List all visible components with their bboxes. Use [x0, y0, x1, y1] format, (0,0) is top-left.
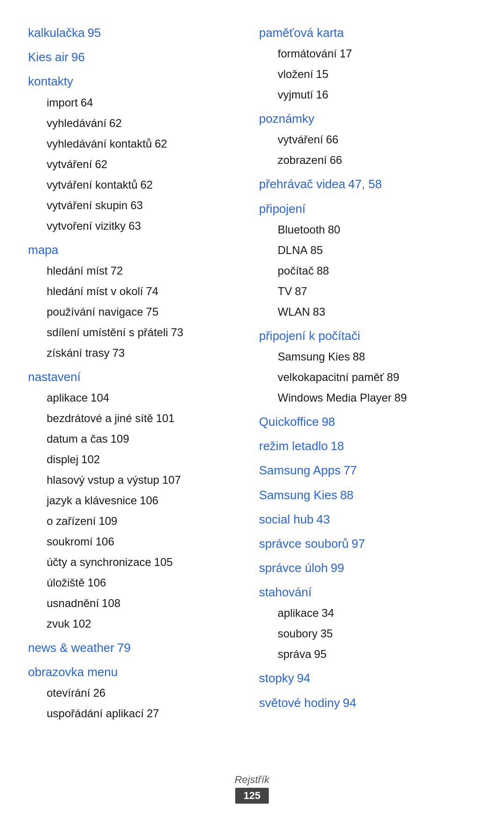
index-main-entry: paměťová karta — [259, 22, 476, 43]
index-sub-entry: aplikace34 — [259, 603, 476, 623]
sub-label: bezdrátové a jiné sítě — [47, 412, 153, 424]
index-sub-entry: správa95 — [259, 644, 476, 664]
index-sub-entry: Windows Media Player89 — [259, 388, 476, 408]
sub-label: aplikace — [47, 391, 88, 404]
index-sub-entry: Samsung Kies88 — [259, 347, 476, 367]
sub-page: 34 — [322, 607, 334, 619]
index-main-entry: stahování — [259, 582, 476, 602]
sub-page: 88 — [316, 264, 329, 277]
main-label: stopky — [259, 671, 294, 685]
sub-label: otevírání — [47, 686, 90, 699]
main-page: 95 — [87, 26, 101, 40]
sub-page: 107 — [162, 474, 181, 486]
main-page: 96 — [71, 50, 85, 64]
index-main-entry: Kies air96 — [28, 47, 245, 67]
index-sub-entry: vytvoření vizitky63 — [28, 216, 245, 236]
sub-label: vložení — [278, 68, 313, 80]
sub-label: datum a čas — [47, 432, 108, 445]
sub-page: 102 — [81, 453, 100, 466]
main-page: 77 — [343, 463, 357, 477]
sub-label: Bluetooth — [278, 223, 325, 236]
index-sub-entry: TV87 — [259, 282, 476, 301]
index-main-entry: Samsung Apps77 — [259, 460, 476, 481]
main-label: Kies air — [28, 50, 69, 64]
index-sub-entry: formátování17 — [259, 44, 476, 64]
index-sub-entry: úložiště106 — [28, 573, 245, 593]
index-sub-entry: sdílení umístění s přáteli73 — [28, 323, 245, 342]
index-main-entry: stopky94 — [259, 668, 476, 688]
sub-label: vytváření kontaktů — [47, 178, 138, 191]
index-sub-entry: vytváření66 — [259, 130, 476, 149]
sub-label: účty a synchronizace — [47, 556, 151, 568]
index-sub-entry: WLAN83 — [259, 302, 476, 322]
sub-label: hledání míst — [47, 264, 108, 277]
index-sub-entry: bezdrátové a jiné sítě101 — [28, 409, 245, 428]
main-label: stahování — [259, 585, 312, 599]
sub-page: 87 — [295, 285, 308, 297]
footer-page: 125 — [235, 788, 269, 804]
sub-page: 63 — [128, 219, 141, 232]
index-sub-entry: vyjmutí16 — [259, 85, 476, 105]
sub-page: 73 — [112, 346, 125, 359]
index-sub-entry: soubory35 — [259, 624, 476, 643]
footer-label: Rejstřík — [0, 774, 504, 786]
main-label: režim letadlo — [259, 439, 328, 453]
sub-label: o zařízení — [47, 515, 96, 527]
index-sub-entry: vložení15 — [259, 64, 476, 84]
index-sub-entry: displej102 — [28, 450, 245, 469]
main-label: nastavení — [28, 370, 81, 384]
sub-page: 88 — [353, 350, 365, 363]
index-sub-entry: hlasový vstup a výstup107 — [28, 470, 245, 490]
main-label: přehrávač videa — [259, 177, 345, 191]
sub-label: úložiště — [47, 576, 84, 589]
index-sub-entry: vyhledávání62 — [28, 113, 245, 133]
index-sub-entry: import64 — [28, 93, 245, 113]
index-main-entry: správce souborů97 — [259, 533, 476, 554]
sub-page: 106 — [87, 576, 106, 589]
main-label: připojení — [259, 202, 306, 216]
sub-label: hlasový vstup a výstup — [47, 474, 159, 486]
index-main-entry: nastavení — [28, 367, 245, 387]
index-container: kalkulačka95Kies air96kontaktyimport64vy… — [28, 19, 476, 724]
main-label: správce úloh — [259, 561, 328, 575]
index-sub-entry: získání trasy73 — [28, 343, 245, 363]
sub-label: zobrazení — [278, 154, 327, 166]
main-page: 88 — [340, 488, 354, 502]
sub-label: WLAN — [278, 305, 310, 318]
index-sub-entry: usnadnění108 — [28, 594, 245, 613]
index-sub-entry: jazyk a klávesnice106 — [28, 491, 245, 510]
sub-label: vytvoření vizitky — [47, 219, 126, 232]
index-sub-entry: účty a synchronizace105 — [28, 552, 245, 572]
sub-page: 15 — [316, 68, 329, 80]
index-sub-entry: vytváření skupin63 — [28, 196, 245, 215]
index-main-entry: obrazovka menu — [28, 662, 245, 682]
sub-page: 109 — [111, 432, 129, 445]
main-page: 94 — [297, 671, 310, 685]
index-sub-entry: vytváření62 — [28, 155, 245, 174]
sub-label: vytváření — [278, 133, 323, 146]
sub-label: usnadnění — [47, 597, 99, 609]
sub-page: 108 — [102, 597, 120, 609]
index-main-entry: mapa — [28, 240, 245, 260]
left-column: kalkulačka95Kies air96kontaktyimport64vy… — [28, 19, 259, 724]
main-page: 43 — [316, 512, 330, 526]
main-page: 94 — [343, 696, 356, 710]
main-label: obrazovka menu — [28, 665, 118, 679]
index-main-entry: poznámky — [259, 108, 476, 129]
index-sub-entry: počítač88 — [259, 261, 476, 281]
index-sub-entry: DLNA85 — [259, 240, 476, 260]
index-sub-entry: otevírání26 — [28, 683, 245, 703]
sub-page: 66 — [326, 133, 338, 146]
main-page: 98 — [322, 415, 335, 429]
index-sub-entry: používání navigace75 — [28, 302, 245, 322]
sub-label: uspořádání aplikací — [47, 707, 144, 720]
sub-label: jazyk a klávesnice — [47, 494, 137, 507]
sub-page: 101 — [156, 412, 175, 424]
sub-page: 64 — [81, 96, 93, 109]
main-page: 18 — [330, 439, 344, 453]
sub-page: 74 — [146, 285, 159, 297]
sub-page: 75 — [146, 305, 159, 318]
index-sub-entry: zobrazení66 — [259, 150, 476, 170]
sub-page: 62 — [154, 137, 167, 150]
sub-page: 27 — [147, 707, 159, 720]
